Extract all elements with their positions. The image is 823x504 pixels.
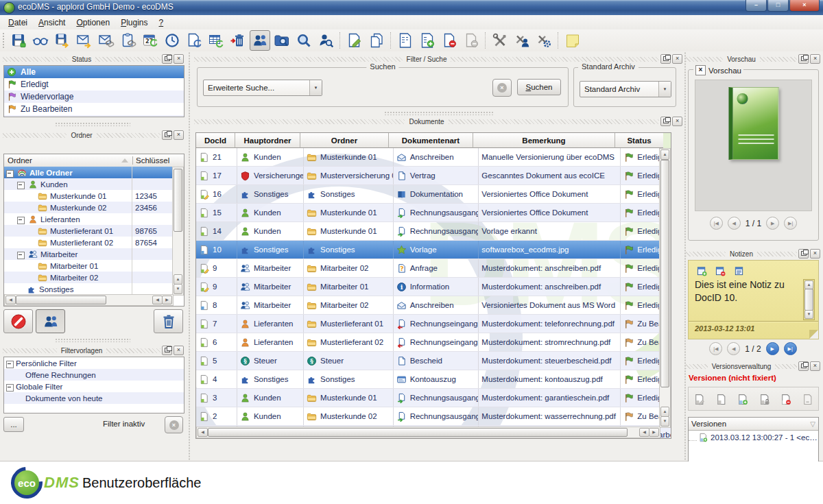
table-row[interactable]: 3KundenMusterkunde 01RechnungsausgangMus… [196, 389, 671, 407]
menu-ansicht[interactable]: Ansicht [33, 16, 71, 29]
table-row[interactable]: 21KundenMusterkunde 01AnschreibenManuell… [196, 148, 671, 167]
col-header-status[interactable]: Status [615, 133, 663, 148]
close-panel-button[interactable]: × [810, 249, 820, 259]
folder-tree-item[interactable]: Musterlieferant 0287654 [4, 237, 174, 248]
table-row[interactable]: 8MitarbeiterMitarbeiter 02AnschreibenVer… [196, 296, 671, 315]
float-panel-button[interactable] [162, 54, 172, 64]
note-props-button[interactable] [732, 264, 746, 278]
no-permission-button[interactable] [3, 309, 33, 333]
close-panel-button[interactable]: × [810, 54, 820, 64]
version-add-button[interactable] [737, 392, 748, 405]
note-scrollbar[interactable]: ▲ ▼ [803, 279, 815, 320]
filter-funnel-icon[interactable]: ▽ [810, 420, 815, 428]
preview-image-area[interactable] [695, 80, 812, 211]
user-search-button[interactable] [315, 30, 336, 51]
tree-expander[interactable] [6, 170, 14, 178]
tree-expander[interactable] [17, 252, 25, 259]
toolbar-handle[interactable] [2, 32, 5, 49]
copy-docs-button[interactable] [366, 30, 387, 51]
status-item[interactable]: Erledigt [4, 78, 184, 91]
users-button[interactable] [250, 30, 270, 51]
advanced-search-combo[interactable]: Erweiterte Suche... ▼ [203, 80, 322, 96]
prev-page-button[interactable]: ◀ [727, 342, 740, 355]
folder-tree-item[interactable]: Lieferanten [4, 213, 174, 225]
table-row[interactable]: 17VersicherungenMusterversicherung 01Ver… [196, 167, 671, 185]
archiv-combo[interactable]: Standard Archiv ▼ [580, 81, 671, 97]
folder-tree-item[interactable]: Mitarbeiter [4, 248, 174, 260]
close-panel-button[interactable]: × [174, 346, 184, 355]
maximize-button[interactable]: □ [767, 0, 789, 12]
folder-tree-item[interactable]: Musterlieferant 0198765 [4, 225, 174, 237]
tree-expander[interactable] [6, 361, 14, 368]
prev-page-button[interactable]: ◀ [728, 217, 741, 230]
folder-tree-item[interactable]: Alle Ordner [4, 167, 174, 178]
table-row[interactable]: 16SonstigesSonstigesDokumentationVersion… [196, 185, 671, 204]
filter-tree-item[interactable]: Offene Rechnungen [4, 369, 184, 381]
mail-send-button[interactable] [74, 30, 95, 51]
splitter-handle[interactable] [384, 111, 494, 115]
menu-help[interactable]: ? [154, 16, 169, 29]
splitter-handle[interactable] [55, 338, 130, 342]
history-clock-button[interactable] [162, 30, 182, 51]
version-lock-button[interactable] [759, 392, 770, 405]
save-export-button[interactable] [52, 30, 73, 51]
table-vscrollbar[interactable]: ▲ ▲ ▼ [659, 148, 671, 428]
folder-search-button[interactable] [272, 30, 292, 51]
float-panel-button[interactable] [798, 361, 809, 371]
sticky-note-button[interactable] [562, 30, 583, 51]
table-row[interactable]: 4SonstigesSonstigesKontoauszugMusterdoku… [196, 370, 671, 389]
menu-plugins[interactable]: Plugins [115, 16, 153, 29]
filter-tree-item[interactable]: Persönliche Filter [4, 357, 184, 369]
table-row[interactable]: 10SonstigesSonstigesVorlagesoftwarebox_e… [196, 241, 671, 259]
tree-col-schluessel[interactable]: Schlüssel [132, 156, 174, 165]
tree-col-ordner[interactable]: Ordner [4, 156, 121, 165]
col-header-bemerkung[interactable]: Bemerkung [473, 133, 615, 148]
next-page-button[interactable]: ▶ [766, 217, 779, 230]
menu-optionen[interactable]: Optionen [71, 16, 115, 29]
table-hscrollbar[interactable]: ◀ ◀ ▶ [196, 427, 660, 438]
folder-tree-item[interactable]: Kunden [4, 178, 174, 190]
table-row[interactable]: 9MitarbeiterMitarbeiter 01iInformationMu… [196, 278, 671, 296]
folder-tree-item[interactable]: Musterkunde 0223456 [4, 202, 174, 213]
folder-tree-item[interactable]: Sonstiges [4, 283, 174, 295]
versions-doc-button[interactable] [395, 30, 416, 51]
close-panel-button[interactable]: × [672, 117, 682, 126]
status-item[interactable]: Alle [4, 66, 184, 78]
filter-tree-item[interactable]: Globale Filter [4, 381, 184, 392]
close-panel-button[interactable]: × [672, 54, 682, 64]
col-header-ordner[interactable]: Ordner [300, 133, 389, 148]
tools-plugin-button[interactable] [534, 30, 554, 51]
version-entry[interactable]: 2013.03.12 13:00:27 - 1 <eco... [689, 431, 818, 444]
tree-expander[interactable] [17, 182, 25, 189]
calendar-resubmission-button[interactable]: 27 [140, 30, 160, 51]
version-edit-button[interactable] [693, 392, 705, 405]
status-item[interactable]: Wiedervorlage [4, 91, 184, 103]
version-delete-button[interactable] [780, 392, 791, 405]
filter-tree-item[interactable]: Dokumente von heute [4, 392, 184, 404]
table-row[interactable]: 2KundenMusterkunde 02RechnungsausgangMus… [196, 407, 671, 426]
version-blank-button[interactable] [802, 392, 813, 405]
last-page-button[interactable]: ▶| [784, 217, 797, 230]
folder-tree-item[interactable]: Musterkunde 0112345 [4, 190, 174, 202]
table-row[interactable]: 7LieferantenMusterlieferant 01Rechnungse… [196, 315, 671, 333]
float-panel-button[interactable] [162, 346, 172, 355]
tools-button[interactable] [490, 30, 510, 51]
folder-tree-item[interactable]: Mitarbeiter 02 [4, 272, 174, 283]
table-row[interactable]: 5§Steuer§SteuerBescheidMusterdokument: s… [196, 352, 671, 370]
filter-more-button[interactable]: ... [3, 417, 24, 432]
users-filter-button[interactable] [36, 309, 65, 333]
edit-doc-button[interactable] [344, 30, 365, 51]
menu-datei[interactable]: Datei [3, 16, 33, 29]
float-panel-button[interactable] [660, 117, 671, 126]
tools-user-button[interactable] [512, 30, 532, 51]
first-page-button[interactable]: |◀ [709, 342, 722, 355]
filter-clear-button[interactable]: × [165, 416, 183, 433]
table-refresh-button[interactable] [206, 30, 226, 51]
vorschau-checkbox-row[interactable]: × Vorschau [693, 65, 743, 75]
minimize-button[interactable]: – [746, 0, 767, 12]
view-glasses-button[interactable] [30, 30, 51, 51]
tree-expander[interactable] [6, 384, 14, 392]
splitter-left[interactable] [186, 51, 192, 461]
search-clear-button[interactable]: × [492, 79, 512, 97]
float-panel-button[interactable] [798, 249, 809, 259]
